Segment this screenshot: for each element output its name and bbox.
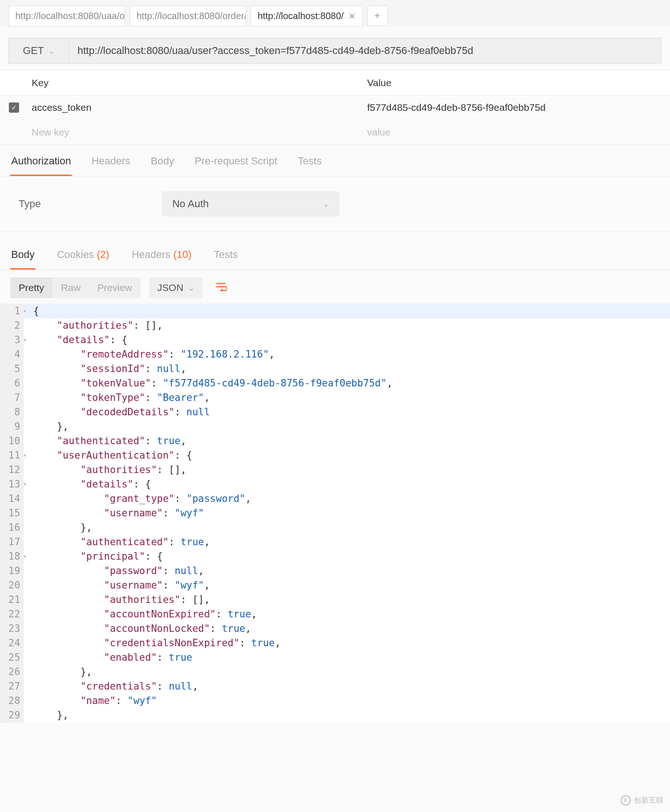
params-value-header: Value — [363, 71, 670, 95]
url-text: http://localhost:8080/uaa/user?access_to… — [77, 45, 473, 56]
request-tab[interactable]: http://localhost:8080/order/ — [130, 6, 246, 27]
tab-label: http://localhost:8080/uaa/o — [15, 11, 125, 21]
resp-tab-body[interactable]: Body — [10, 241, 35, 270]
auth-type-label: Type — [19, 198, 41, 210]
view-raw-button[interactable]: Raw — [53, 277, 89, 298]
response-tabs: Body Cookies (2) Headers (10) Tests — [0, 241, 670, 270]
params-key-header: Key — [28, 71, 363, 95]
tab-prerequest[interactable]: Pre-request Script — [194, 148, 278, 176]
wrap-icon — [216, 282, 227, 291]
request-tab[interactable]: http://localhost:8080/ ✕ — [251, 6, 362, 27]
params-header-row: Key Value — [0, 71, 670, 95]
chevron-down-icon: ⌄ — [323, 200, 329, 209]
url-input[interactable]: http://localhost:8080/uaa/user?access_to… — [69, 38, 662, 64]
http-method-label: GET — [23, 45, 44, 57]
request-subtabs: Authorization Headers Body Pre-request S… — [0, 148, 670, 176]
param-value-input[interactable]: value — [363, 120, 670, 144]
line-gutter: 1234567891011121314151617181920212223242… — [0, 304, 24, 723]
tab-authorization[interactable]: Authorization — [10, 148, 72, 176]
resp-tab-headers[interactable]: Headers (10) — [131, 241, 192, 270]
http-method-select[interactable]: GET ⌄ — [8, 38, 69, 64]
param-row: ✓ access_token f577d485-cd49-4deb-8756-f… — [0, 95, 670, 120]
param-key-input[interactable]: access_token — [28, 95, 363, 120]
response-code-area: 1234567891011121314151617181920212223242… — [0, 304, 670, 723]
param-checkbox[interactable]: ✓ — [9, 102, 19, 113]
request-bar: GET ⌄ http://localhost:8080/uaa/user?acc… — [8, 38, 662, 64]
param-key-input[interactable]: New key — [28, 120, 363, 144]
chevron-down-icon: ⌄ — [48, 47, 55, 55]
headers-count: (10) — [173, 249, 191, 260]
param-row-new: New key value — [0, 120, 670, 144]
tab-label: http://localhost:8080/ — [258, 11, 344, 21]
authorization-panel: Type No Auth ⌄ — [0, 176, 670, 232]
wrap-lines-button[interactable] — [211, 278, 232, 297]
tab-tests[interactable]: Tests — [297, 148, 322, 176]
response-body[interactable]: { "authorities": [], "details": { "remot… — [24, 304, 670, 723]
new-tab-button[interactable]: + — [367, 6, 388, 26]
cookies-count: (2) — [97, 249, 109, 260]
request-tab[interactable]: http://localhost:8080/uaa/o — [8, 6, 125, 27]
format-label: JSON — [157, 282, 184, 293]
resp-tab-tests[interactable]: Tests — [213, 241, 239, 270]
close-icon[interactable]: ✕ — [349, 11, 356, 21]
auth-selected-value: No Auth — [172, 198, 209, 210]
param-value-input[interactable]: f577d485-cd49-4deb-8756-f9eaf0ebb75d — [363, 95, 670, 120]
tab-label: http://localhost:8080/order/ — [137, 11, 246, 21]
params-table: Key Value ✓ access_token f577d485-cd49-4… — [0, 70, 670, 145]
view-pretty-button[interactable]: Pretty — [10, 277, 53, 298]
response-view-toolbar: Pretty Raw Preview JSON ⌄ — [0, 270, 670, 304]
chevron-down-icon: ⌄ — [188, 284, 194, 292]
view-mode-group: Pretty Raw Preview — [10, 277, 141, 298]
view-preview-button[interactable]: Preview — [89, 277, 141, 298]
format-select[interactable]: JSON ⌄ — [149, 277, 203, 298]
tab-headers[interactable]: Headers — [90, 148, 131, 176]
resp-tab-cookies[interactable]: Cookies (2) — [56, 241, 110, 270]
tab-body[interactable]: Body — [150, 148, 175, 176]
request-tabs-bar: http://localhost:8080/uaa/o http://local… — [0, 0, 670, 27]
auth-type-select[interactable]: No Auth ⌄ — [162, 191, 339, 217]
